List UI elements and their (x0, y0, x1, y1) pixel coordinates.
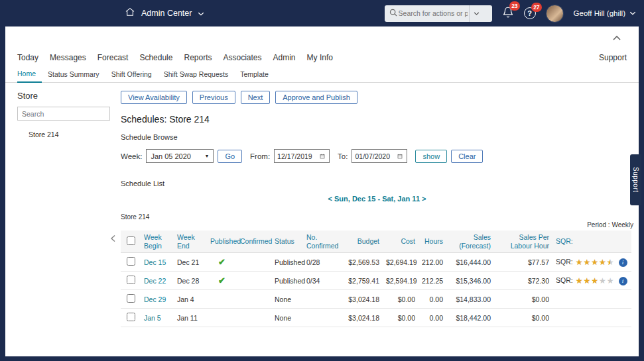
store-sidebar: Store Store 214 (5, 83, 117, 327)
store-search-input[interactable] (17, 107, 110, 121)
schedule-main: View Availability Previous Next Approve … (117, 83, 639, 327)
support-tab[interactable]: Support (630, 154, 641, 205)
week-begin-link[interactable]: Dec 22 (144, 277, 166, 285)
app-title: Admin Center (141, 9, 192, 18)
no-confirmed-cell (303, 309, 342, 327)
status-cell: None (271, 290, 303, 309)
cost-cell: $0.00 (383, 309, 419, 327)
clear-button[interactable]: Clear (451, 150, 483, 163)
select-all-checkbox[interactable] (127, 236, 135, 245)
sidebar-item-store-214[interactable]: Store 214 (29, 130, 117, 138)
header-no-confirmed[interactable]: No. Confirmed (303, 231, 342, 253)
sqr-stars: ★★★★★★★★★★ (576, 258, 615, 266)
schedule-browse-label: Schedule Browse (121, 133, 633, 141)
avatar[interactable] (546, 5, 564, 23)
from-calendar-icon[interactable] (316, 150, 329, 162)
schedule-browse-controls: Week: Jan 05 2020 ▼ Go From: To: (121, 149, 633, 163)
header-status[interactable]: Status (271, 231, 303, 253)
sidebar-title: Store (17, 91, 117, 101)
sales-per-labour-hour-cell: $72.30 (494, 272, 552, 290)
nav-item-reports[interactable]: Reports (184, 53, 212, 62)
published-check-icon: ✔ (218, 257, 225, 267)
header-cost[interactable]: Cost (383, 231, 419, 253)
collapse-panel-chevron-up-icon[interactable] (612, 32, 621, 44)
cost-cell: $0.00 (383, 290, 419, 309)
hours-cell: 0.00 (419, 309, 446, 327)
sqr-stars: ★★★★★★★★★★ (576, 276, 615, 284)
page-title: Schedules: Store 214 (121, 114, 633, 125)
show-button[interactable]: show (415, 150, 447, 163)
tab-shift-swap-requests[interactable]: Shift Swap Requests (158, 68, 234, 82)
header-sales-forecast[interactable]: Sales (Forecast) (446, 231, 494, 253)
nav-item-today[interactable]: Today (17, 53, 38, 62)
chevron-down-icon (629, 9, 636, 17)
schedule-list-label: Schedule List (121, 180, 633, 187)
nav-item-my-info[interactable]: My Info (307, 53, 333, 62)
sqr-label: SQR: (556, 276, 573, 284)
app-menu[interactable]: Admin Center (125, 7, 204, 20)
top-bar: Admin Center 23 ? 27 Geoff Hill (ghil (0, 0, 644, 26)
tab-status-summary[interactable]: Status Summary (42, 68, 105, 82)
help-button[interactable]: ? 27 (524, 7, 536, 19)
previous-button[interactable]: Previous (192, 91, 235, 104)
help-badge: 27 (531, 3, 541, 12)
nav-item-support[interactable]: Support (599, 53, 627, 62)
tab-shift-offering[interactable]: Shift Offering (105, 68, 158, 82)
tab-template[interactable]: Template (234, 68, 275, 82)
confirmed-cell (237, 309, 271, 327)
row-checkbox[interactable] (127, 294, 135, 303)
chevron-down-icon: ▼ (204, 154, 209, 158)
next-button[interactable]: Next (241, 91, 271, 104)
collapse-table-chevron-left-icon[interactable] (110, 233, 116, 245)
search-dropdown-button[interactable] (469, 5, 483, 22)
budget-cell: $3,024.18 (342, 290, 383, 309)
header-sqr[interactable]: SQR: (552, 231, 631, 253)
header-week-end[interactable]: Week End (174, 231, 207, 253)
cost-cell: $2,694.19 (383, 253, 419, 272)
hours-cell: 212.25 (419, 272, 446, 290)
no-confirmed-cell: 0/34 (303, 272, 342, 290)
row-checkbox[interactable] (127, 276, 135, 284)
row-checkbox[interactable] (127, 313, 135, 321)
week-select[interactable]: Jan 05 2020 ▼ (146, 149, 214, 163)
date-range-link[interactable]: < Sun, Dec 15 - Sat, Jan 11 > (121, 195, 633, 203)
home-icon[interactable] (125, 7, 135, 20)
go-button[interactable]: Go (218, 150, 242, 163)
nav-item-schedule[interactable]: Schedule (139, 53, 172, 62)
from-date-input[interactable] (275, 152, 316, 160)
row-checkbox[interactable] (127, 257, 135, 266)
header-hours[interactable]: Hours (419, 231, 446, 253)
table-row: Dec 22 Dec 28 ✔ Published 0/34 $2,759.41… (121, 272, 631, 290)
nav-item-messages[interactable]: Messages (50, 53, 86, 62)
week-end-cell: Dec 28 (174, 272, 207, 290)
header-sales-per-labour-hour[interactable]: Sales Per Labour Hour (494, 231, 552, 253)
header-published[interactable]: Published (207, 231, 237, 253)
sales-forecast-cell: $15,346.00 (446, 272, 494, 290)
to-label: To: (338, 152, 348, 160)
sqr-cell: i (552, 290, 631, 309)
sqr-label: SQR: (556, 258, 573, 266)
status-cell: Published (271, 253, 303, 272)
header-week-begin[interactable]: Week Begin (141, 231, 174, 253)
week-begin-link[interactable]: Dec 15 (144, 258, 166, 266)
nav-item-forecast[interactable]: Forecast (97, 53, 129, 62)
tab-home[interactable]: Home (17, 67, 42, 83)
info-icon[interactable]: i (619, 258, 627, 267)
user-menu[interactable]: Geoff Hill (ghill) (574, 9, 636, 17)
header-budget[interactable]: Budget (342, 231, 383, 253)
info-icon[interactable]: i (619, 277, 627, 285)
global-search[interactable] (385, 5, 492, 22)
week-begin-link[interactable]: Jan 5 (144, 314, 161, 322)
to-calendar-icon[interactable] (393, 150, 407, 162)
schedule-table-wrap: Week Begin Week End Published Confirmed … (121, 231, 633, 327)
to-date-input[interactable] (352, 152, 393, 160)
notifications-button[interactable]: 23 (502, 6, 514, 21)
search-input[interactable] (397, 9, 469, 18)
week-begin-link[interactable]: Dec 29 (144, 295, 166, 303)
view-availability-button[interactable]: View Availability (121, 91, 187, 104)
approve-and-publish-button[interactable]: Approve and Publish (275, 91, 357, 104)
header-confirmed[interactable]: Confirmed (237, 231, 271, 253)
star-icon: ★★ (583, 258, 590, 266)
nav-item-admin[interactable]: Admin (273, 53, 296, 62)
nav-item-associates[interactable]: Associates (224, 53, 262, 62)
